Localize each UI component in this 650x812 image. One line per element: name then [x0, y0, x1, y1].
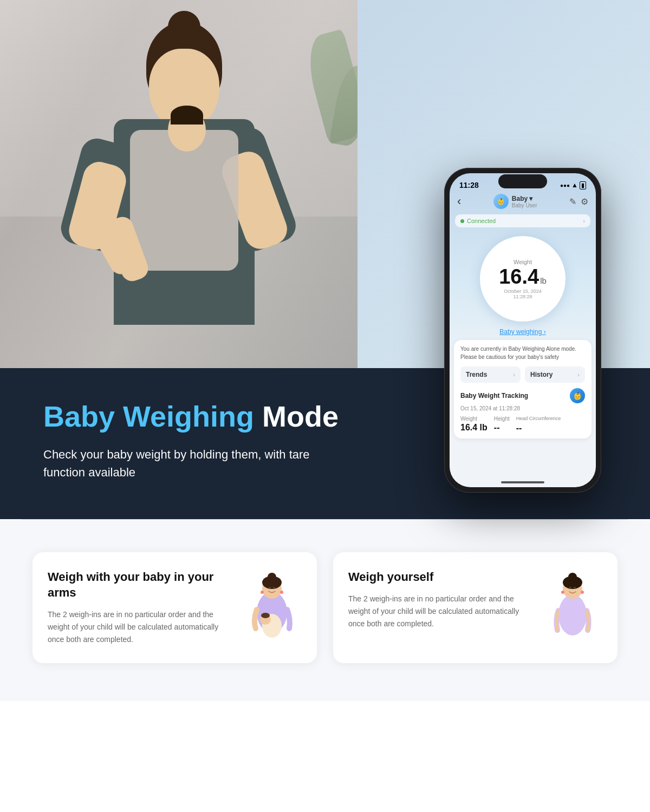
weight-value-display: 16.4 lb — [499, 266, 547, 287]
svg-point-6 — [261, 613, 270, 618]
card1-illustration — [242, 569, 302, 642]
head-col-value: -- — [516, 423, 561, 433]
history-chevron: › — [577, 371, 580, 378]
weight-unit: lb — [540, 276, 547, 285]
tracking-icon-circle: 👶 — [570, 388, 585, 403]
connected-label: Connected — [467, 218, 496, 224]
history-label: History — [530, 371, 552, 378]
headline-blue: Baby Weighing — [43, 400, 254, 433]
hero-subtext: Check your baby weight by holding them, … — [43, 446, 347, 481]
woman-alone-illustration — [545, 572, 600, 642]
weight-number: 16.4 — [499, 266, 539, 287]
headline-white: Mode — [254, 400, 339, 433]
card1-content: Weigh with your baby in your arms The 2 … — [48, 569, 233, 645]
headline: Baby Weighing Mode — [43, 401, 347, 433]
mother-baby-illustration — [245, 572, 299, 642]
height-col: Height -- — [494, 416, 510, 433]
app-header: ‹ 👶 Baby ▾ Baby User ✎ ⚙ — [450, 192, 596, 213]
weight-display-area: Weight 16.4 lb October 15, 2024 11:28:28 — [450, 231, 596, 325]
card1-desc: The 2 weigh-ins are in no particular ord… — [48, 608, 233, 646]
height-col-value: -- — [494, 423, 510, 433]
svg-point-13 — [561, 591, 564, 594]
phone-mockup: 11:28 ●●● ▲ ▮ ‹ 👶 Baby ▾ — [444, 168, 601, 493]
head-col-label: Head Circumference — [516, 416, 561, 422]
wifi-icon: ▲ — [571, 181, 578, 189]
bottom-card: You are currently in Baby Weighing Alone… — [454, 340, 592, 438]
trends-label: Trends — [466, 371, 487, 378]
weight-col: Weight 16.4 lb — [460, 416, 487, 433]
card2-desc: The 2 weigh-ins are in no particular ord… — [348, 593, 534, 630]
card1-title: Weigh with your baby in your arms — [48, 569, 233, 600]
warning-text: You are currently in Baby Weighing Alone… — [460, 345, 585, 361]
weight-col-label: Weight — [460, 416, 487, 422]
tracking-header: Baby Weight Tracking 👶 — [460, 388, 585, 403]
weight-circle: Weight 16.4 lb October 15, 2024 11:28:28 — [480, 236, 566, 322]
weight-col-value: 16.4 lb — [460, 423, 487, 433]
dark-section: Baby Weighing Mode Check your baby weigh… — [0, 368, 650, 519]
svg-point-8 — [280, 591, 283, 594]
height-col-label: Height — [494, 416, 510, 422]
hero-text: Baby Weighing Mode Check your baby weigh… — [43, 401, 347, 481]
svg-point-3 — [268, 573, 276, 581]
status-icons: ●●● ▲ ▮ — [560, 181, 586, 189]
trends-button[interactable]: Trends › — [460, 366, 521, 383]
card2-title: Weigh yourself — [348, 569, 534, 585]
card-weigh-yourself: Weigh yourself The 2 weigh-ins are in no… — [333, 552, 618, 663]
settings-icon[interactable]: ⚙ — [581, 197, 588, 207]
tracking-data-row: Weight 16.4 lb Height -- Head Circumfere… — [460, 416, 585, 433]
card-weigh-with-baby: Weigh with your baby in your arms The 2 … — [32, 552, 317, 663]
user-sub: Baby User — [512, 202, 537, 208]
avatar: 👶 — [493, 194, 509, 209]
signal-icon: ●●● — [560, 182, 570, 188]
connected-bar[interactable]: Connected › — [455, 214, 590, 227]
svg-point-14 — [581, 591, 584, 594]
svg-point-12 — [568, 573, 577, 581]
card2-content: Weigh yourself The 2 weigh-ins are in no… — [348, 569, 534, 630]
weight-date: October 15, 2024 — [504, 289, 542, 294]
battery-icon: ▮ — [580, 181, 586, 189]
weight-label: Weight — [514, 259, 532, 265]
tracking-date: Oct 15, 2024 at 11:28:28 — [460, 405, 585, 411]
user-info: 👶 Baby ▾ Baby User — [493, 194, 537, 209]
header-actions: ✎ ⚙ — [569, 197, 588, 207]
back-button[interactable]: ‹ — [457, 194, 461, 208]
card2-illustration — [543, 569, 602, 642]
connected-chevron: › — [583, 218, 585, 224]
nav-buttons-row: Trends › History › — [460, 366, 585, 383]
tracking-title: Baby Weight Tracking — [460, 392, 528, 400]
history-button[interactable]: History › — [525, 366, 585, 383]
cards-row: Weigh with your baby in your arms The 2 … — [32, 552, 618, 663]
baby-weighing-link[interactable]: Baby weighing › — [450, 325, 596, 340]
svg-point-7 — [261, 591, 264, 594]
edit-icon[interactable]: ✎ — [569, 197, 576, 207]
home-indicator — [501, 481, 544, 483]
weight-time: 11:28:28 — [513, 294, 532, 299]
head-col: Head Circumference -- — [516, 416, 561, 433]
svg-point-9 — [558, 594, 587, 636]
time-display: 11:28 — [459, 181, 479, 189]
trends-chevron: › — [513, 371, 515, 378]
cards-section: Weigh with your baby in your arms The 2 … — [0, 520, 650, 700]
user-name: Baby ▾ — [512, 195, 537, 202]
connected-dot — [460, 219, 464, 223]
